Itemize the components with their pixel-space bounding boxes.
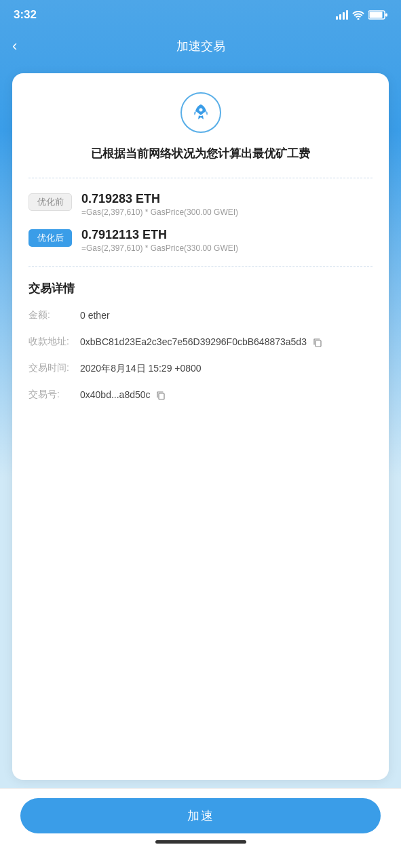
- svg-rect-5: [159, 393, 164, 399]
- tx-key-time: 交易时间:: [28, 361, 80, 374]
- page: 3:32 ‹ 加速交: [0, 0, 401, 868]
- signal-icon: [336, 10, 348, 20]
- status-time: 3:32: [14, 8, 37, 22]
- calc-title: 已根据当前网络状况为您计算出最优矿工费: [28, 145, 373, 163]
- tx-key-address: 收款地址:: [28, 335, 80, 348]
- svg-rect-2: [385, 14, 387, 17]
- tx-val-txid: 0x40bd...a8d50c: [80, 388, 373, 402]
- fee-section: 优化前 0.719283 ETH =Gas(2,397,610) * GasPr…: [28, 192, 373, 253]
- copy-address-icon[interactable]: [313, 338, 322, 347]
- accel-button[interactable]: 加速: [20, 798, 381, 833]
- fee-row-before: 优化前 0.719283 ETH =Gas(2,397,610) * GasPr…: [28, 192, 373, 217]
- divider-top: [28, 178, 373, 178]
- before-detail: =Gas(2,397,610) * GasPrice(300.00 GWEI): [81, 208, 238, 217]
- fee-info-after: 0.7912113 ETH =Gas(2,397,610) * GasPrice…: [81, 228, 238, 253]
- svg-rect-4: [316, 340, 321, 347]
- fee-info-before: 0.719283 ETH =Gas(2,397,610) * GasPrice(…: [81, 192, 238, 217]
- tx-val-time: 2020年8月14日 15:29 +0800: [80, 361, 373, 376]
- tx-val-address: 0xbBC81d23Ea2c3ec7e56D39296F0cbB648873a5…: [80, 335, 373, 349]
- status-icons: [336, 10, 387, 20]
- rocket-icon: [190, 102, 212, 123]
- after-eth: 0.7912113 ETH: [81, 228, 238, 242]
- tx-row-txid: 交易号: 0x40bd...a8d50c: [28, 388, 373, 402]
- divider-bottom: [28, 267, 373, 267]
- tx-title: 交易详情: [28, 281, 373, 296]
- battery-icon: [368, 10, 387, 20]
- bottom-area: 加速: [0, 788, 401, 868]
- copy-txid-icon[interactable]: [156, 391, 166, 400]
- card-area: 已根据当前网络状况为您计算出最优矿工费 优化前 0.719283 ETH =Ga…: [0, 73, 401, 868]
- status-bar: 3:32: [0, 0, 401, 30]
- header: ‹ 加速交易: [0, 30, 401, 62]
- header-title: 加速交易: [176, 38, 225, 54]
- wifi-icon: [352, 11, 364, 20]
- rocket-circle: [180, 92, 221, 133]
- tx-row-address: 收款地址: 0xbBC81d23Ea2c3ec7e56D39296F0cbB64…: [28, 335, 373, 349]
- main-card: 已根据当前网络状况为您计算出最优矿工费 优化前 0.719283 ETH =Ga…: [12, 73, 389, 780]
- rocket-wrap: [28, 92, 373, 133]
- fee-row-after: 优化后 0.7912113 ETH =Gas(2,397,610) * GasP…: [28, 228, 373, 253]
- before-eth: 0.719283 ETH: [81, 192, 238, 206]
- svg-rect-1: [370, 12, 383, 18]
- tx-section: 交易详情 金额: 0 ether 收款地址: 0xbBC81d23Ea2c3ec…: [28, 281, 373, 402]
- before-label: 优化前: [28, 193, 72, 211]
- tx-key-amount: 金额:: [28, 309, 80, 321]
- after-detail: =Gas(2,397,610) * GasPrice(330.00 GWEI): [81, 243, 238, 253]
- tx-val-amount: 0 ether: [80, 309, 373, 323]
- svg-point-3: [199, 108, 202, 112]
- tx-row-amount: 金额: 0 ether: [28, 309, 373, 323]
- tx-row-time: 交易时间: 2020年8月14日 15:29 +0800: [28, 361, 373, 376]
- after-label: 优化后: [28, 229, 72, 247]
- back-button[interactable]: ‹: [12, 37, 17, 55]
- home-indicator: [155, 840, 246, 844]
- tx-key-txid: 交易号:: [28, 388, 80, 401]
